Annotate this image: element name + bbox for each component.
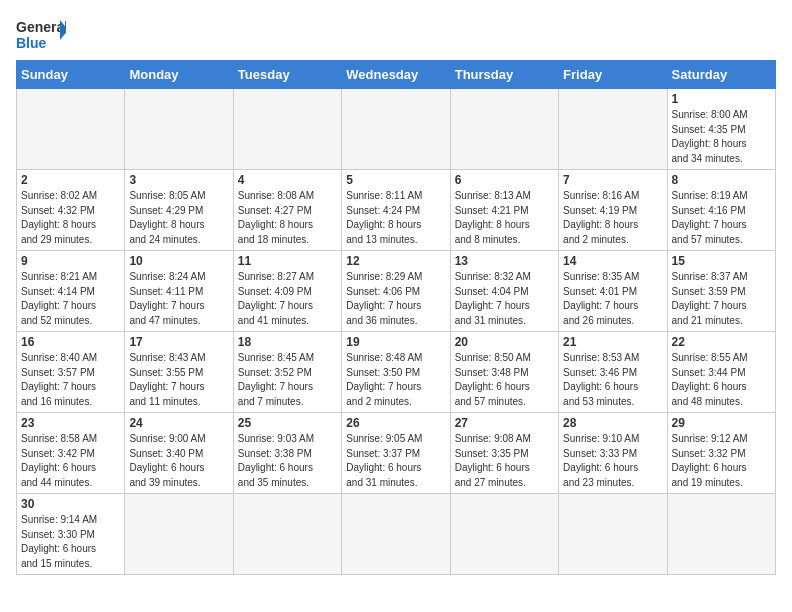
calendar-week-row: 30Sunrise: 9:14 AM Sunset: 3:30 PM Dayli… xyxy=(17,494,776,575)
day-info: Sunrise: 8:29 AM Sunset: 4:06 PM Dayligh… xyxy=(346,270,445,328)
calendar-week-row: 1Sunrise: 8:00 AM Sunset: 4:35 PM Daylig… xyxy=(17,89,776,170)
day-info: Sunrise: 9:00 AM Sunset: 3:40 PM Dayligh… xyxy=(129,432,228,490)
day-number: 2 xyxy=(21,173,120,187)
day-info: Sunrise: 8:45 AM Sunset: 3:52 PM Dayligh… xyxy=(238,351,337,409)
day-info: Sunrise: 8:58 AM Sunset: 3:42 PM Dayligh… xyxy=(21,432,120,490)
calendar-cell xyxy=(342,494,450,575)
day-info: Sunrise: 8:02 AM Sunset: 4:32 PM Dayligh… xyxy=(21,189,120,247)
day-info: Sunrise: 8:21 AM Sunset: 4:14 PM Dayligh… xyxy=(21,270,120,328)
day-number: 7 xyxy=(563,173,662,187)
day-of-week-header: Saturday xyxy=(667,61,775,89)
calendar-cell: 25Sunrise: 9:03 AM Sunset: 3:38 PM Dayli… xyxy=(233,413,341,494)
day-number: 11 xyxy=(238,254,337,268)
day-info: Sunrise: 8:32 AM Sunset: 4:04 PM Dayligh… xyxy=(455,270,554,328)
day-number: 3 xyxy=(129,173,228,187)
calendar-cell xyxy=(559,89,667,170)
calendar-cell: 15Sunrise: 8:37 AM Sunset: 3:59 PM Dayli… xyxy=(667,251,775,332)
day-info: Sunrise: 8:35 AM Sunset: 4:01 PM Dayligh… xyxy=(563,270,662,328)
calendar-cell xyxy=(559,494,667,575)
day-of-week-header: Tuesday xyxy=(233,61,341,89)
day-number: 22 xyxy=(672,335,771,349)
calendar-cell: 10Sunrise: 8:24 AM Sunset: 4:11 PM Dayli… xyxy=(125,251,233,332)
calendar-cell: 4Sunrise: 8:08 AM Sunset: 4:27 PM Daylig… xyxy=(233,170,341,251)
logo: General Blue xyxy=(16,16,66,52)
calendar-cell xyxy=(667,494,775,575)
day-number: 12 xyxy=(346,254,445,268)
calendar-cell: 6Sunrise: 8:13 AM Sunset: 4:21 PM Daylig… xyxy=(450,170,558,251)
calendar-cell: 26Sunrise: 9:05 AM Sunset: 3:37 PM Dayli… xyxy=(342,413,450,494)
calendar-cell: 11Sunrise: 8:27 AM Sunset: 4:09 PM Dayli… xyxy=(233,251,341,332)
day-number: 13 xyxy=(455,254,554,268)
calendar-cell xyxy=(233,89,341,170)
calendar-cell: 29Sunrise: 9:12 AM Sunset: 3:32 PM Dayli… xyxy=(667,413,775,494)
day-info: Sunrise: 8:43 AM Sunset: 3:55 PM Dayligh… xyxy=(129,351,228,409)
day-number: 1 xyxy=(672,92,771,106)
day-of-week-header: Monday xyxy=(125,61,233,89)
day-number: 30 xyxy=(21,497,120,511)
day-info: Sunrise: 8:40 AM Sunset: 3:57 PM Dayligh… xyxy=(21,351,120,409)
day-number: 14 xyxy=(563,254,662,268)
day-number: 24 xyxy=(129,416,228,430)
calendar-cell xyxy=(125,494,233,575)
calendar-cell xyxy=(450,89,558,170)
day-info: Sunrise: 8:05 AM Sunset: 4:29 PM Dayligh… xyxy=(129,189,228,247)
calendar-cell: 24Sunrise: 9:00 AM Sunset: 3:40 PM Dayli… xyxy=(125,413,233,494)
day-info: Sunrise: 9:10 AM Sunset: 3:33 PM Dayligh… xyxy=(563,432,662,490)
day-info: Sunrise: 8:16 AM Sunset: 4:19 PM Dayligh… xyxy=(563,189,662,247)
day-number: 21 xyxy=(563,335,662,349)
day-info: Sunrise: 8:27 AM Sunset: 4:09 PM Dayligh… xyxy=(238,270,337,328)
day-info: Sunrise: 8:13 AM Sunset: 4:21 PM Dayligh… xyxy=(455,189,554,247)
calendar-cell: 7Sunrise: 8:16 AM Sunset: 4:19 PM Daylig… xyxy=(559,170,667,251)
day-info: Sunrise: 8:19 AM Sunset: 4:16 PM Dayligh… xyxy=(672,189,771,247)
day-of-week-header: Wednesday xyxy=(342,61,450,89)
calendar-cell: 12Sunrise: 8:29 AM Sunset: 4:06 PM Dayli… xyxy=(342,251,450,332)
calendar-cell: 8Sunrise: 8:19 AM Sunset: 4:16 PM Daylig… xyxy=(667,170,775,251)
day-number: 19 xyxy=(346,335,445,349)
day-number: 8 xyxy=(672,173,771,187)
day-number: 5 xyxy=(346,173,445,187)
page-header: General Blue xyxy=(16,16,776,52)
svg-text:General: General xyxy=(16,19,66,35)
calendar-cell: 20Sunrise: 8:50 AM Sunset: 3:48 PM Dayli… xyxy=(450,332,558,413)
calendar-cell: 17Sunrise: 8:43 AM Sunset: 3:55 PM Dayli… xyxy=(125,332,233,413)
day-info: Sunrise: 9:05 AM Sunset: 3:37 PM Dayligh… xyxy=(346,432,445,490)
day-info: Sunrise: 8:55 AM Sunset: 3:44 PM Dayligh… xyxy=(672,351,771,409)
calendar-cell xyxy=(17,89,125,170)
day-info: Sunrise: 8:11 AM Sunset: 4:24 PM Dayligh… xyxy=(346,189,445,247)
calendar-cell: 5Sunrise: 8:11 AM Sunset: 4:24 PM Daylig… xyxy=(342,170,450,251)
day-of-week-header: Sunday xyxy=(17,61,125,89)
calendar-header-row: SundayMondayTuesdayWednesdayThursdayFrid… xyxy=(17,61,776,89)
svg-text:Blue: Blue xyxy=(16,35,47,51)
calendar-cell: 30Sunrise: 9:14 AM Sunset: 3:30 PM Dayli… xyxy=(17,494,125,575)
calendar-cell: 16Sunrise: 8:40 AM Sunset: 3:57 PM Dayli… xyxy=(17,332,125,413)
calendar-cell: 9Sunrise: 8:21 AM Sunset: 4:14 PM Daylig… xyxy=(17,251,125,332)
calendar-cell: 23Sunrise: 8:58 AM Sunset: 3:42 PM Dayli… xyxy=(17,413,125,494)
calendar-cell: 28Sunrise: 9:10 AM Sunset: 3:33 PM Dayli… xyxy=(559,413,667,494)
day-number: 17 xyxy=(129,335,228,349)
calendar-week-row: 23Sunrise: 8:58 AM Sunset: 3:42 PM Dayli… xyxy=(17,413,776,494)
calendar-cell: 1Sunrise: 8:00 AM Sunset: 4:35 PM Daylig… xyxy=(667,89,775,170)
calendar-cell: 18Sunrise: 8:45 AM Sunset: 3:52 PM Dayli… xyxy=(233,332,341,413)
day-of-week-header: Thursday xyxy=(450,61,558,89)
calendar-cell xyxy=(125,89,233,170)
calendar-week-row: 2Sunrise: 8:02 AM Sunset: 4:32 PM Daylig… xyxy=(17,170,776,251)
day-info: Sunrise: 8:24 AM Sunset: 4:11 PM Dayligh… xyxy=(129,270,228,328)
day-number: 28 xyxy=(563,416,662,430)
calendar-cell: 21Sunrise: 8:53 AM Sunset: 3:46 PM Dayli… xyxy=(559,332,667,413)
day-number: 25 xyxy=(238,416,337,430)
day-number: 6 xyxy=(455,173,554,187)
day-info: Sunrise: 9:12 AM Sunset: 3:32 PM Dayligh… xyxy=(672,432,771,490)
calendar-cell: 19Sunrise: 8:48 AM Sunset: 3:50 PM Dayli… xyxy=(342,332,450,413)
day-number: 29 xyxy=(672,416,771,430)
calendar-cell xyxy=(450,494,558,575)
calendar-week-row: 9Sunrise: 8:21 AM Sunset: 4:14 PM Daylig… xyxy=(17,251,776,332)
day-number: 26 xyxy=(346,416,445,430)
day-number: 4 xyxy=(238,173,337,187)
logo-svg: General Blue xyxy=(16,16,66,52)
calendar-cell: 13Sunrise: 8:32 AM Sunset: 4:04 PM Dayli… xyxy=(450,251,558,332)
day-info: Sunrise: 9:14 AM Sunset: 3:30 PM Dayligh… xyxy=(21,513,120,571)
day-number: 10 xyxy=(129,254,228,268)
day-of-week-header: Friday xyxy=(559,61,667,89)
day-number: 20 xyxy=(455,335,554,349)
calendar-week-row: 16Sunrise: 8:40 AM Sunset: 3:57 PM Dayli… xyxy=(17,332,776,413)
